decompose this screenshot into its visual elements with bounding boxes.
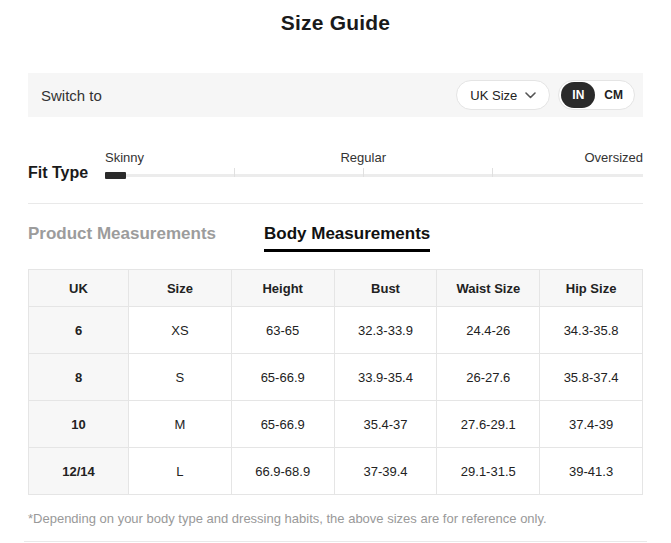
size-guide-page: Size Guide Switch to UK Size IN CM Fit T… bbox=[0, 0, 671, 543]
tab-product-measurements[interactable]: Product Measurements bbox=[28, 224, 216, 244]
switch-to-label: Switch to bbox=[41, 87, 102, 104]
size-table: UK Size Height Bust Waist Size Hip Size … bbox=[28, 269, 643, 495]
table-cell: 6 bbox=[29, 307, 129, 354]
header-height: Height bbox=[231, 270, 334, 307]
size-table-body: 6 XS 63-65 32.3-33.9 24.4-26 34.3-35.8 8… bbox=[29, 307, 643, 495]
switch-controls: UK Size IN CM bbox=[456, 80, 635, 110]
unit-toggle[interactable]: IN CM bbox=[558, 80, 635, 110]
header-uk: UK bbox=[29, 270, 129, 307]
fit-type-label: Fit Type bbox=[28, 164, 88, 182]
region-select-value: UK Size bbox=[470, 88, 517, 103]
table-cell: 37.4-39 bbox=[540, 401, 643, 448]
table-cell: 10 bbox=[29, 401, 129, 448]
table-cell: 32.3-33.9 bbox=[334, 307, 437, 354]
table-cell: 12/14 bbox=[29, 448, 129, 495]
fit-type-slider[interactable]: Skinny Regular Oversized bbox=[105, 150, 643, 177]
header-bust: Bust bbox=[334, 270, 437, 307]
table-cell: 24.4-26 bbox=[437, 307, 540, 354]
fit-option-oversized[interactable]: Oversized bbox=[584, 150, 643, 166]
measurement-tabs: Product Measurements Body Measurements bbox=[28, 224, 643, 252]
table-cell: S bbox=[129, 354, 232, 401]
size-table-header: UK Size Height Bust Waist Size Hip Size bbox=[29, 270, 643, 307]
table-cell: 35.8-37.4 bbox=[540, 354, 643, 401]
table-cell: 37-39.4 bbox=[334, 448, 437, 495]
header-size: Size bbox=[129, 270, 232, 307]
slider-tick bbox=[363, 168, 364, 177]
region-select-dropdown[interactable]: UK Size bbox=[456, 80, 550, 110]
table-row: 6 XS 63-65 32.3-33.9 24.4-26 34.3-35.8 bbox=[29, 307, 643, 354]
table-cell: 34.3-35.8 bbox=[540, 307, 643, 354]
table-row: 8 S 65-66.9 33.9-35.4 26-27.6 35.8-37.4 bbox=[29, 354, 643, 401]
table-cell: 33.9-35.4 bbox=[334, 354, 437, 401]
table-cell: 65-66.9 bbox=[231, 401, 334, 448]
table-cell: 27.6-29.1 bbox=[437, 401, 540, 448]
table-cell: 66.9-68.9 bbox=[231, 448, 334, 495]
table-cell: XS bbox=[129, 307, 232, 354]
tab-body-measurements[interactable]: Body Measurements bbox=[264, 224, 430, 252]
slider-tick bbox=[234, 168, 235, 177]
slider-track[interactable] bbox=[105, 174, 643, 177]
slider-tick bbox=[492, 168, 493, 177]
fit-type-section: Fit Type Skinny Regular Oversized bbox=[28, 150, 643, 182]
table-cell: 35.4-37 bbox=[334, 401, 437, 448]
table-cell: 39-41.3 bbox=[540, 448, 643, 495]
table-cell: M bbox=[129, 401, 232, 448]
section-divider bbox=[28, 203, 643, 204]
page-title: Size Guide bbox=[0, 0, 671, 35]
fit-type-options: Skinny Regular Oversized bbox=[105, 150, 643, 166]
header-hip-size: Hip Size bbox=[540, 270, 643, 307]
table-cell: 65-66.9 bbox=[231, 354, 334, 401]
table-cell: L bbox=[129, 448, 232, 495]
table-cell: 8 bbox=[29, 354, 129, 401]
table-cell: 29.1-31.5 bbox=[437, 448, 540, 495]
unit-option-cm[interactable]: CM bbox=[595, 82, 632, 108]
switch-bar: Switch to UK Size IN CM bbox=[28, 73, 643, 117]
table-cell: 63-65 bbox=[231, 307, 334, 354]
header-waist-size: Waist Size bbox=[437, 270, 540, 307]
fit-option-skinny[interactable]: Skinny bbox=[105, 150, 144, 166]
table-header-row: UK Size Height Bust Waist Size Hip Size bbox=[29, 270, 643, 307]
fit-option-regular[interactable]: Regular bbox=[340, 150, 386, 165]
bottom-divider bbox=[24, 541, 647, 542]
chevron-down-icon bbox=[525, 92, 536, 99]
unit-option-in[interactable]: IN bbox=[561, 82, 595, 108]
table-row: 12/14 L 66.9-68.9 37-39.4 29.1-31.5 39-4… bbox=[29, 448, 643, 495]
table-row: 10 M 65-66.9 35.4-37 27.6-29.1 37.4-39 bbox=[29, 401, 643, 448]
table-cell: 26-27.6 bbox=[437, 354, 540, 401]
footnote: *Depending on your body type and dressin… bbox=[28, 511, 643, 526]
slider-handle[interactable] bbox=[105, 172, 126, 179]
